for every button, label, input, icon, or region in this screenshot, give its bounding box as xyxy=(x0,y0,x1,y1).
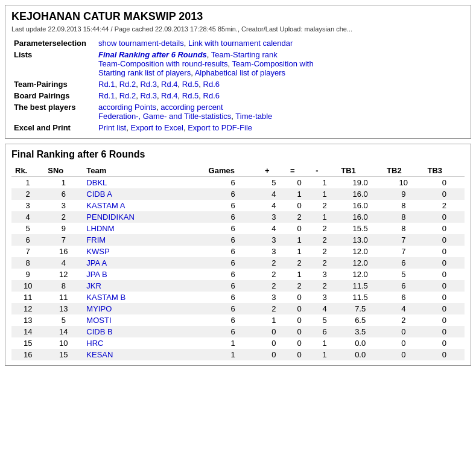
cell-team[interactable]: KWSP xyxy=(83,246,205,257)
team-pairings-rd5-link[interactable]: Rd.5 xyxy=(182,80,198,89)
board-pairings-row: Board Pairings Rd.1, Rd.2, Rd.3, Rd.4, R… xyxy=(11,90,465,101)
cell-games: 6 xyxy=(205,223,261,234)
table-row: 12 13 MYIPO 6 2 0 4 7.5 4 0 xyxy=(11,303,465,314)
cell-rk: 6 xyxy=(11,234,44,246)
cell-team[interactable]: CIDB A xyxy=(83,188,205,200)
board-pairings-rd1-link[interactable]: Rd.1 xyxy=(98,91,115,100)
cell-team[interactable]: PENDIDIKAN xyxy=(83,211,205,223)
cell-team[interactable]: DBKL xyxy=(83,177,205,189)
cell-plus: 4 xyxy=(261,223,287,234)
cell-tb2: 4 xyxy=(383,303,424,314)
board-pairings-rd4-link[interactable]: Rd.4 xyxy=(161,91,177,100)
cell-minus: 1 xyxy=(312,211,337,223)
time-table-link[interactable]: Time-table xyxy=(235,112,272,121)
lists-label: Lists xyxy=(11,49,96,78)
cell-team[interactable]: MOSTI xyxy=(83,314,205,326)
team-pairings-rd3-link[interactable]: Rd.3 xyxy=(140,80,156,89)
cell-tb3: 0 xyxy=(424,188,465,200)
board-pairings-rd6-link[interactable]: Rd.6 xyxy=(203,91,220,100)
cell-team[interactable]: FRIM xyxy=(83,234,205,246)
cell-team[interactable]: LHDNM xyxy=(83,223,205,234)
team-pairings-rd6-link[interactable]: Rd.6 xyxy=(203,80,220,89)
cell-sno: 8 xyxy=(44,280,83,292)
best-players-label: The best players xyxy=(11,101,96,122)
team-pairings-rd2-link[interactable]: Rd.2 xyxy=(119,80,136,89)
cell-tb3: 0 xyxy=(424,326,465,337)
cell-rk: 14 xyxy=(11,326,44,337)
cell-tb1: 16.0 xyxy=(337,200,383,211)
cell-tb1: 16.0 xyxy=(337,211,383,223)
board-pairings-rd3-link[interactable]: Rd.3 xyxy=(140,91,156,100)
cell-rk: 3 xyxy=(11,200,44,211)
team-composition-round-results-link[interactable]: Team-Composition with round-results xyxy=(98,59,228,68)
cell-minus: 1 xyxy=(312,177,337,189)
alphabetical-list-link[interactable]: Alphabetical list of players xyxy=(195,68,285,77)
cell-rk: 9 xyxy=(11,269,44,280)
cell-tb3: 0 xyxy=(424,211,465,223)
cell-tb3: 0 xyxy=(424,280,465,292)
cell-team[interactable]: MYIPO xyxy=(83,303,205,314)
cell-eq: 0 xyxy=(287,326,312,337)
cell-minus: 5 xyxy=(312,314,337,326)
cell-team[interactable]: CIDB B xyxy=(83,326,205,337)
col-header-team: Team xyxy=(83,165,205,177)
cell-rk: 4 xyxy=(11,211,44,223)
cell-minus: 2 xyxy=(312,257,337,269)
starting-rank-list-link[interactable]: Starting rank list of players xyxy=(98,68,191,77)
cell-team[interactable]: JKR xyxy=(83,280,205,292)
cell-sno: 9 xyxy=(44,223,83,234)
table-row: 2 6 CIDB A 6 4 1 1 16.0 9 0 xyxy=(11,188,465,200)
according-points-link[interactable]: according Points xyxy=(98,103,156,112)
according-percent-link[interactable]: according percent xyxy=(160,103,223,112)
team-starting-rank-link[interactable]: Team-Starting rank xyxy=(211,50,278,59)
cell-team[interactable]: JPA B xyxy=(83,269,205,280)
cell-sno: 16 xyxy=(44,246,83,257)
cell-tb1: 0.0 xyxy=(337,337,383,349)
team-pairings-row: Team-Pairings Rd.1, Rd.2, Rd.3, Rd.4, Rd… xyxy=(11,78,465,90)
show-tournament-details-link[interactable]: show tournament-details xyxy=(98,39,184,48)
cell-tb2: 5 xyxy=(383,269,424,280)
team-pairings-links: Rd.1, Rd.2, Rd.3, Rd.4, Rd.5, Rd.6 xyxy=(96,78,465,90)
cell-tb2: 2 xyxy=(383,314,424,326)
board-pairings-rd2-link[interactable]: Rd.2 xyxy=(119,91,136,100)
team-pairings-label: Team-Pairings xyxy=(11,78,96,90)
cell-games: 6 xyxy=(205,177,261,189)
cell-team[interactable]: HRC xyxy=(83,337,205,349)
page-title: KEJOHANAN CATUR MAKSWIP 2013 xyxy=(11,10,465,23)
cell-plus: 4 xyxy=(261,188,287,200)
col-header-rk: Rk. xyxy=(11,165,44,177)
board-pairings-rd5-link[interactable]: Rd.5 xyxy=(182,91,198,100)
cell-sno: 3 xyxy=(44,200,83,211)
cell-games: 6 xyxy=(205,292,261,303)
export-excel-link[interactable]: Export to Excel xyxy=(130,123,183,132)
federation-stats-link[interactable]: Federation-, Game- and Title-statistics xyxy=(98,112,231,121)
export-pdf-link[interactable]: Export to PDF-File xyxy=(188,123,252,132)
cell-tb3: 0 xyxy=(424,303,465,314)
cell-team[interactable]: KASTAM B xyxy=(83,292,205,303)
link-tournament-calendar-link[interactable]: Link with tournament calendar xyxy=(188,39,293,48)
cell-eq: 2 xyxy=(287,211,312,223)
cell-eq: 0 xyxy=(287,177,312,189)
parameterselection-label: Parameterselection xyxy=(11,37,96,49)
cell-team[interactable]: KESAN xyxy=(83,349,205,360)
print-list-link[interactable]: Print list xyxy=(98,123,126,132)
cell-team[interactable]: KASTAM A xyxy=(83,200,205,211)
final-ranking-link[interactable]: Final Ranking after 6 Rounds xyxy=(98,50,207,59)
cell-minus: 1 xyxy=(312,188,337,200)
cell-tb1: 12.0 xyxy=(337,246,383,257)
cell-eq: 1 xyxy=(287,246,312,257)
team-pairings-rd1-link[interactable]: Rd.1 xyxy=(98,80,115,89)
team-pairings-rd4-link[interactable]: Rd.4 xyxy=(161,80,177,89)
cell-eq: 1 xyxy=(287,269,312,280)
cell-eq: 1 xyxy=(287,188,312,200)
cell-sno: 12 xyxy=(44,269,83,280)
board-pairings-label: Board Pairings xyxy=(11,90,96,101)
cell-tb3: 0 xyxy=(424,314,465,326)
cell-team[interactable]: JPA A xyxy=(83,257,205,269)
cell-tb2: 7 xyxy=(383,246,424,257)
cell-tb2: 0 xyxy=(383,337,424,349)
cell-plus: 2 xyxy=(261,303,287,314)
team-composition-with-link[interactable]: Team-Composition with xyxy=(232,59,314,68)
cell-plus: 2 xyxy=(261,257,287,269)
col-header-tb2: TB2 xyxy=(383,165,424,177)
